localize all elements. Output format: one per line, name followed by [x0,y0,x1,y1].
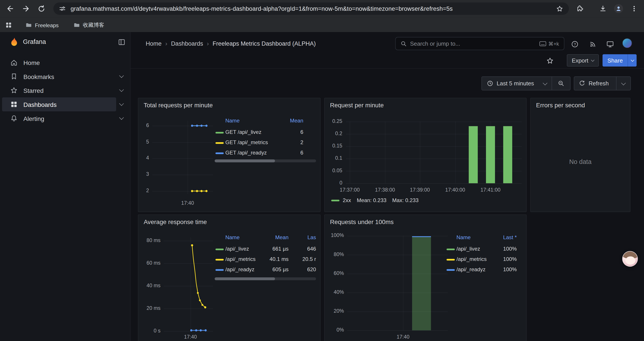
kiosk-monitor-icon[interactable] [606,40,614,48]
forward-icon[interactable] [20,3,31,14]
series-swatch[interactable] [331,199,339,201]
gridline [346,171,522,171]
legend-scrollbar-thumb[interactable] [214,277,275,280]
legend: 2xx Mean: 0.233 Max: 0.233 [331,197,424,203]
breadcrumb-home[interactable]: Home [146,40,162,47]
downloads-icon[interactable] [598,3,608,14]
chevron-down-icon [621,81,626,85]
legend-header-mean[interactable]: Mean [262,234,289,240]
bookmark-folder-freeleaps[interactable]: Freeleaps [24,21,60,30]
series-swatch[interactable] [446,259,454,260]
series-swatch[interactable] [216,132,224,133]
sidebar-item-bookmarks[interactable]: Bookmarks [0,69,130,83]
legend-row-name[interactable]: /api/_livez [456,246,480,252]
legend-header-last[interactable]: Las [308,234,316,240]
series-swatch[interactable] [216,142,224,144]
sidebar-item-starred[interactable]: Starred [0,83,130,97]
legend-row-last: 620 [294,266,316,272]
bar-2xx[interactable] [469,126,478,183]
help-icon[interactable]: ? [570,40,579,48]
gridline [385,122,385,183]
apps-grid-icon[interactable] [4,21,14,30]
series-swatch[interactable] [216,249,224,250]
legend-row-name[interactable]: /api/_readyz [456,266,486,272]
legend-row-mean: 40.1 ms [262,256,289,262]
breadcrumb-dashboards[interactable]: Dashboards [171,40,203,47]
legend-row-name[interactable]: /api/_metrics [225,256,256,262]
search-input[interactable] [410,40,536,47]
series-swatch[interactable] [446,249,454,250]
panel-title[interactable]: Average response time [144,218,207,225]
sidebar-item-dashboards[interactable]: Dashboards [0,97,130,112]
series-swatch[interactable] [446,269,454,270]
sidebar-item-label: Home [24,59,40,66]
legend-row-name[interactable]: /api/_metrics [456,256,486,262]
chevron-down-icon[interactable] [119,73,124,78]
series-swatch[interactable] [216,259,224,260]
bar-2xx[interactable] [486,126,495,183]
reload-icon[interactable] [36,3,47,14]
panel-title[interactable]: Total requests per minute [144,102,212,109]
grafana-logo[interactable] [10,37,19,47]
refresh-interval-button[interactable] [616,76,631,90]
chevron-down-icon[interactable] [119,87,124,92]
legend-scrollbar-thumb[interactable] [214,160,275,162]
series-swatch[interactable] [216,269,224,270]
browser-profile-avatar[interactable] [614,4,623,13]
export-button[interactable]: Export [567,54,599,67]
legend-row-mean: 605 µs [262,266,289,272]
panel-title[interactable]: Errors per second [536,102,585,109]
legend-header-mean[interactable]: Mean [276,118,303,124]
y-tick: 0.2 [325,131,342,136]
bookmarks-bar: Freeleaps 收藏博客 [0,17,644,32]
avatar-face [626,256,636,264]
chat-assistant-avatar[interactable] [622,251,638,267]
gridline [420,122,420,183]
news-rss-icon[interactable] [588,40,597,48]
user-avatar[interactable] [622,38,632,48]
sidebar-collapse-icon[interactable] [118,39,125,46]
y-tick: 40% [325,289,344,295]
legend-row-name[interactable]: GET /api/_metrics [225,139,268,146]
series-swatch[interactable] [216,153,224,154]
legend-header-name[interactable]: Name [225,234,240,240]
time-range-button[interactable]: Last 5 minutes [481,76,552,90]
panel-title[interactable]: Request per minute [330,102,384,109]
url-text[interactable]: grafana.mathmast.com/d/deytv4rwavabkb/fr… [70,5,556,12]
bookmark-folder-blog[interactable]: 收藏博客 [72,21,106,30]
x-tick: 17:40 [178,200,198,206]
bookmark-star-icon[interactable] [556,5,563,12]
gridline [164,308,213,309]
chevron-down-icon[interactable] [119,101,124,106]
bar-2xx[interactable] [503,126,512,183]
favorite-star-icon[interactable] [546,57,554,65]
gridline [346,183,522,184]
legend-row-name[interactable]: GET /api/_livez [225,129,262,135]
gridline [347,255,448,255]
legend-row-name[interactable]: GET /api/_readyz [225,150,267,156]
bar-under-100ms[interactable] [412,236,431,330]
legend-header-last[interactable]: Last * [489,234,517,240]
sidebar-item-home[interactable]: Home [0,56,130,70]
zoom-out-button[interactable] [552,76,570,90]
zoom-out-icon [558,80,564,87]
legend-header-name[interactable]: Name [225,118,240,124]
site-info-icon[interactable] [59,5,66,12]
chevron-down-icon[interactable] [119,115,124,120]
legend-row-name[interactable]: /api/_livez [225,246,249,252]
back-icon[interactable] [5,3,16,14]
y-tick: 80 ms [138,237,160,243]
share-menu-button[interactable] [628,54,637,67]
legend-series-label[interactable]: 2xx [343,197,351,203]
legend-row-name[interactable]: /api/_readyz [225,266,254,272]
chevron-down-icon [631,58,634,62]
share-button[interactable]: Share [602,54,628,67]
sidebar-item-alerting[interactable]: Alerting [0,111,130,125]
legend-header-name[interactable]: Name [456,234,470,240]
extensions-icon[interactable] [575,3,586,14]
panel-title[interactable]: Requests under 100ms [330,218,394,225]
address-bar[interactable]: grafana.mathmast.com/d/deytv4rwavabkb/fr… [53,3,569,15]
refresh-button[interactable]: Refresh [574,76,616,90]
browser-menu-icon[interactable] [629,3,640,14]
search-box[interactable]: ⌘+k [395,37,564,50]
